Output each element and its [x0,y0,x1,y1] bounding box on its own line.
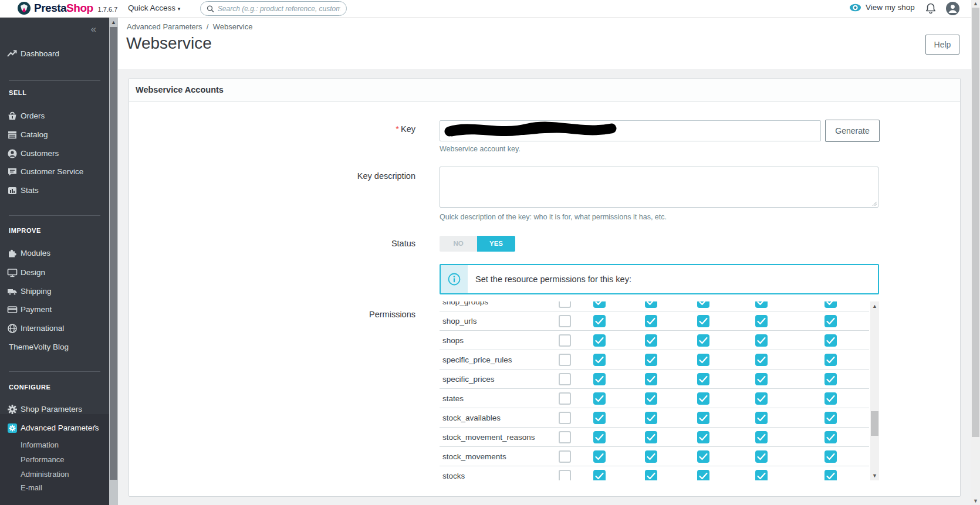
scroll-up-arrow-icon[interactable]: ▲ [971,0,980,8]
window-scrollbar-thumb[interactable] [972,8,979,437]
permission-checkbox-checked[interactable] [824,450,837,463]
permission-checkbox-checked[interactable] [593,412,606,424]
sidebar-item-stats[interactable]: Stats [0,185,109,198]
sidebar-item-payment[interactable]: Payment [0,304,109,317]
permission-checkbox-checked[interactable] [824,301,837,308]
permission-checkbox-checked[interactable] [593,392,606,405]
permission-checkbox-checked[interactable] [645,412,657,424]
permission-checkbox-checked[interactable] [755,450,768,463]
user-avatar[interactable] [946,2,959,15]
permission-checkbox-checked[interactable] [645,392,657,405]
sidebar-item-shop-parameters[interactable]: Shop Parameters [0,404,109,416]
permission-checkbox-checked[interactable] [593,315,606,327]
permission-checkbox-checked[interactable] [593,334,606,347]
view-my-shop-link[interactable]: View my shop [849,3,915,12]
quick-access-dropdown[interactable]: Quick Access ▾ [128,4,180,12]
permission-checkbox-unchecked[interactable] [559,470,571,480]
resize-handle-icon[interactable] [871,201,877,206]
sidebar-item-international[interactable]: International [0,323,109,335]
permission-checkbox-checked[interactable] [593,431,606,443]
sidebar-item-advanced-parameters[interactable]: Advanced Parameters ⌃ [0,422,109,435]
sidebar-collapse-button[interactable]: « [91,23,96,35]
permissions-scrollbar[interactable]: ▲ ▼ [870,301,879,480]
sidebar-item-orders[interactable]: Orders [0,110,109,123]
permission-checkbox-checked[interactable] [755,315,768,327]
submenu-item-information[interactable]: Information [21,440,59,449]
permissions-scrollbar-thumb[interactable] [871,411,878,436]
permission-checkbox-checked[interactable] [697,301,709,308]
permission-checkbox-checked[interactable] [824,431,837,443]
permission-checkbox-checked[interactable] [593,450,606,463]
sidebar-item-dashboard[interactable]: Dashboard [0,48,109,61]
permission-checkbox-checked[interactable] [593,470,606,480]
permission-checkbox-checked[interactable] [645,334,657,347]
permission-checkbox-checked[interactable] [824,315,837,327]
scroll-down-arrow-icon[interactable]: ▼ [870,472,879,480]
permission-checkbox-checked[interactable] [593,301,606,308]
permission-checkbox-checked[interactable] [645,373,657,385]
status-toggle-yes[interactable]: YES [477,236,515,252]
permission-checkbox-checked[interactable] [755,301,768,308]
permission-checkbox-checked[interactable] [755,334,768,347]
permission-checkbox-checked[interactable] [645,315,657,327]
key-description-textarea[interactable] [440,167,878,208]
permission-checkbox-checked[interactable] [697,450,709,463]
permission-checkbox-checked[interactable] [755,354,768,366]
permission-checkbox-checked[interactable] [645,301,657,308]
scroll-down-arrow-icon[interactable]: ▼ [971,497,980,505]
permission-checkbox-checked[interactable] [697,470,709,480]
permission-checkbox-unchecked[interactable] [559,412,571,424]
permission-checkbox-checked[interactable] [755,392,768,405]
permission-checkbox-checked[interactable] [824,470,837,480]
submenu-item-administration[interactable]: Administration [21,470,69,479]
permission-checkbox-checked[interactable] [645,354,657,366]
permission-checkbox-checked[interactable] [755,470,768,480]
scroll-up-arrow-icon[interactable]: ▲ [109,18,118,26]
permission-checkbox-checked[interactable] [824,392,837,405]
sidebar-item-modules[interactable]: Modules [0,248,109,260]
notifications-bell-icon[interactable] [925,2,936,14]
permission-checkbox-unchecked[interactable] [559,373,571,385]
permission-checkbox-checked[interactable] [697,392,709,405]
help-button[interactable]: Help [925,35,959,55]
search-input[interactable] [218,5,340,13]
permission-checkbox-checked[interactable] [824,334,837,347]
permission-checkbox-checked[interactable] [697,431,709,443]
permission-checkbox-checked[interactable] [824,354,837,366]
permission-checkbox-checked[interactable] [697,373,709,385]
permission-checkbox-checked[interactable] [755,412,768,424]
sidebar-scrollbar-thumb[interactable] [110,27,117,480]
permission-checkbox-checked[interactable] [755,373,768,385]
permission-checkbox-checked[interactable] [645,450,657,463]
submenu-item-email[interactable]: E-mail [21,483,42,492]
breadcrumb-parent[interactable]: Advanced Parameters [127,22,202,31]
prestashop-logo[interactable]: Presta Shop 1.7.6.7 [18,2,117,15]
permission-checkbox-checked[interactable] [697,354,709,366]
permission-checkbox-checked[interactable] [824,373,837,385]
permission-checkbox-unchecked[interactable] [559,301,571,308]
permission-checkbox-checked[interactable] [824,412,837,424]
sidebar-item-catalog[interactable]: Catalog [0,129,109,142]
sidebar-scrollbar[interactable]: ▲ [109,18,118,505]
sidebar-item-customers[interactable]: Customers [0,148,109,161]
submenu-item-performance[interactable]: Performance [21,455,64,464]
sidebar-item-customer-service[interactable]: Customer Service [0,166,109,179]
permission-checkbox-unchecked[interactable] [559,392,571,405]
key-input[interactable] [440,120,821,141]
permission-checkbox-checked[interactable] [645,431,657,443]
permission-checkbox-unchecked[interactable] [559,315,571,327]
permission-checkbox-unchecked[interactable] [559,450,571,463]
generate-button[interactable]: Generate [825,120,880,142]
permission-checkbox-checked[interactable] [697,334,709,347]
scroll-up-arrow-icon[interactable]: ▲ [870,302,879,310]
permission-checkbox-unchecked[interactable] [559,354,571,366]
sidebar-item-shipping[interactable]: Shipping [0,286,109,299]
status-toggle-no[interactable]: NO [440,236,477,252]
permission-checkbox-checked[interactable] [593,354,606,366]
permission-checkbox-checked[interactable] [755,431,768,443]
permission-checkbox-checked[interactable] [697,412,709,424]
permission-checkbox-checked[interactable] [593,373,606,385]
permission-checkbox-checked[interactable] [645,470,657,480]
permission-checkbox-checked[interactable] [697,315,709,327]
permission-checkbox-unchecked[interactable] [559,334,571,347]
